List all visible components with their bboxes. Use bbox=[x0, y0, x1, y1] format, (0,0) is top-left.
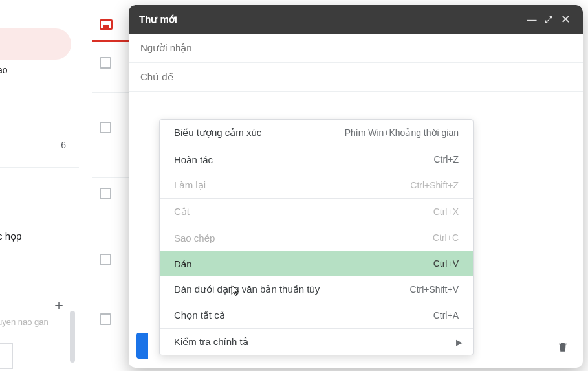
compose-title: Thư mới bbox=[139, 14, 523, 25]
ctx-label: Kiểm tra chính tả bbox=[174, 336, 459, 348]
ctx-label: Làm lại bbox=[174, 179, 410, 191]
sidebar-label-fragment-1: ao bbox=[0, 65, 8, 75]
ctx-shortcut: Ctrl+X bbox=[433, 207, 459, 217]
ctx-shortcut: Ctrl+Z bbox=[434, 154, 459, 164]
sidebar-scrollbar[interactable] bbox=[70, 311, 75, 363]
ctx-emoji[interactable]: Biểu tượng cảm xúc Phím Win+Khoảng thời … bbox=[160, 120, 473, 146]
message-list bbox=[85, 0, 131, 371]
message-checkbox[interactable] bbox=[100, 254, 111, 265]
message-checkbox[interactable] bbox=[100, 122, 111, 133]
subject-field[interactable]: Chủ đề bbox=[129, 63, 583, 92]
compose-pill[interactable] bbox=[0, 28, 71, 60]
ctx-shortcut: Ctrl+C bbox=[433, 232, 459, 243]
ctx-shortcut: Phím Win+Khoảng thời gian bbox=[345, 128, 459, 138]
discard-draft-button[interactable] bbox=[557, 341, 569, 354]
minimize-button[interactable]: — bbox=[523, 14, 540, 25]
ctx-paste-plain[interactable]: Dán dưới dạng văn bản thuần túy Ctrl+Shi… bbox=[160, 276, 473, 302]
context-menu: Biểu tượng cảm xúc Phím Win+Khoảng thời … bbox=[159, 119, 474, 355]
recipients-field[interactable]: Người nhận bbox=[129, 34, 583, 63]
ctx-shortcut: Ctrl+Shift+Z bbox=[410, 180, 459, 190]
sidebar-label-fragment-2: uyen nao gan bbox=[0, 317, 49, 327]
ctx-cut: Cắt Ctrl+X bbox=[160, 199, 473, 225]
close-button[interactable]: ✕ bbox=[557, 12, 574, 27]
gmail-sidebar: ao 6 c họp ＋ uyen nao gan bbox=[0, 0, 84, 371]
ctx-label: Dán bbox=[174, 258, 433, 269]
primary-tab-icon[interactable] bbox=[100, 19, 113, 30]
ctx-shortcut: Ctrl+Shift+V bbox=[410, 284, 459, 295]
add-label-button[interactable]: ＋ bbox=[52, 295, 66, 315]
sidebar-bottom-box bbox=[0, 343, 13, 369]
ctx-label: Dán dưới dạng văn bản thuần túy bbox=[174, 284, 410, 295]
ctx-select-all[interactable]: Chọn tất cả Ctrl+A bbox=[160, 302, 473, 328]
ctx-paste[interactable]: Dán Ctrl+V bbox=[160, 251, 473, 276]
ctx-shortcut: Ctrl+A bbox=[433, 310, 459, 320]
recipients-placeholder: Người nhận bbox=[140, 42, 192, 54]
ctx-redo: Làm lại Ctrl+Shift+Z bbox=[160, 172, 473, 198]
ctx-shortcut: Ctrl+V bbox=[433, 258, 459, 269]
fullscreen-button[interactable] bbox=[540, 16, 557, 24]
ctx-label: Biểu tượng cảm xúc bbox=[174, 127, 345, 139]
sidebar-unread-count: 6 bbox=[61, 140, 66, 150]
subject-placeholder: Chủ đề bbox=[140, 71, 173, 83]
ctx-spellcheck[interactable]: Kiểm tra chính tả ▶ bbox=[160, 329, 473, 355]
message-checkbox[interactable] bbox=[100, 313, 111, 325]
ctx-undo[interactable]: Hoàn tác Ctrl+Z bbox=[160, 146, 473, 172]
message-checkbox[interactable] bbox=[100, 57, 111, 69]
ctx-copy: Sao chép Ctrl+C bbox=[160, 225, 473, 251]
compose-header[interactable]: Thư mới — ✕ bbox=[129, 5, 583, 34]
sidebar-category-label[interactable]: c họp bbox=[0, 230, 21, 242]
ctx-label: Chọn tất cả bbox=[174, 309, 433, 321]
ctx-label: Cắt bbox=[174, 206, 433, 218]
ctx-label: Hoàn tác bbox=[174, 154, 434, 165]
submenu-arrow-icon: ▶ bbox=[456, 337, 463, 347]
message-checkbox[interactable] bbox=[100, 188, 111, 199]
ctx-label: Sao chép bbox=[174, 232, 433, 243]
send-button[interactable] bbox=[136, 333, 148, 359]
